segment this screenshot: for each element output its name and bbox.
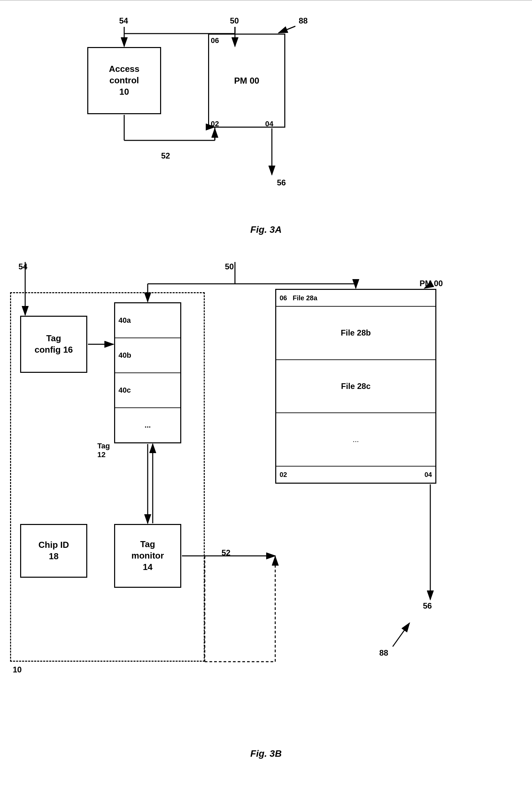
label-52b: 52 bbox=[222, 548, 231, 557]
chip-id-text: Chip ID18 bbox=[39, 539, 69, 562]
access-control-text: Accesscontrol10 bbox=[109, 63, 139, 97]
tag-config-text: Tagconfig 16 bbox=[35, 333, 73, 356]
tag-config-box: Tagconfig 16 bbox=[20, 316, 87, 373]
tag-monitor-text: Tagmonitor14 bbox=[132, 539, 164, 573]
fig3b-caption: Fig. 3B bbox=[250, 748, 282, 759]
label-50a: 50 bbox=[230, 16, 239, 25]
tag-row-40a-label: 40a bbox=[118, 316, 131, 325]
tag-row-40c: 40c bbox=[115, 373, 180, 408]
tag-monitor-box: Tagmonitor14 bbox=[114, 524, 181, 588]
label-88a: 88 bbox=[299, 16, 308, 25]
pm00-center-text: PM 00 bbox=[234, 76, 259, 86]
pm00-02-label: 02 bbox=[211, 119, 219, 128]
label-pm00b: PM 00 bbox=[420, 279, 443, 288]
tag-row-40a: 40a bbox=[115, 303, 180, 338]
fig3a-container: 54 50 88 52 56 Accesscontrol10 PM 00 06 … bbox=[0, 7, 532, 242]
svg-line-29 bbox=[393, 623, 410, 647]
label-56b: 56 bbox=[423, 601, 432, 611]
access-control-box: Accesscontrol10 bbox=[87, 47, 161, 114]
top-separator bbox=[0, 0, 532, 1]
pm00-box-3a: PM 00 bbox=[208, 34, 285, 128]
label-10: 10 bbox=[13, 665, 22, 675]
pm00b-file28c-row: File 28c bbox=[276, 360, 435, 413]
tag-list-box: 40a 40b 40c ... bbox=[114, 302, 181, 443]
pm00b-box: 06 File 28a File 28b File 28c ... 02 04 bbox=[275, 289, 436, 484]
pm00b-file28b-row: File 28b bbox=[276, 307, 435, 360]
tag-dots-row: ... bbox=[115, 408, 180, 442]
chip-id-box: Chip ID18 bbox=[20, 524, 87, 578]
pm00b-04-text: 04 bbox=[424, 471, 432, 479]
page: 54 50 88 52 56 Accesscontrol10 PM 00 06 … bbox=[0, 0, 532, 793]
tag-row-40c-label: 40c bbox=[118, 386, 131, 395]
fig3b-container: 10 54 50 PM 00 Tagconfig 16 Chip ID18 40… bbox=[0, 248, 532, 769]
pm00b-file28a-text: File 28a bbox=[293, 294, 317, 302]
pm00b-02-text: 02 bbox=[280, 471, 287, 479]
label-54a: 54 bbox=[119, 16, 128, 25]
pm00-06-label: 06 bbox=[211, 36, 219, 45]
pm00b-dots-text: ... bbox=[353, 435, 359, 444]
tag-row-40b: 40b bbox=[115, 338, 180, 373]
label-56a: 56 bbox=[277, 178, 286, 187]
pm00b-dots: ... bbox=[276, 413, 435, 466]
label-tag12: Tag 12 bbox=[97, 442, 110, 459]
label-52a: 52 bbox=[161, 151, 170, 161]
tag-dots: ... bbox=[145, 421, 151, 429]
pm00b-06-text: 06 bbox=[280, 294, 287, 302]
pm00b-file28c-text: File 28c bbox=[341, 382, 370, 391]
pm00b-header-row: 06 File 28a bbox=[276, 290, 435, 307]
label-50b: 50 bbox=[225, 262, 234, 271]
pm00-04-label: 04 bbox=[265, 119, 273, 128]
svg-line-8 bbox=[279, 26, 296, 33]
pm00b-file28b-text: File 28b bbox=[341, 328, 370, 337]
fig3a-caption: Fig. 3A bbox=[250, 224, 282, 235]
label-88b: 88 bbox=[379, 648, 388, 658]
label-54b: 54 bbox=[18, 262, 27, 271]
pm00b-footer-row: 02 04 bbox=[276, 466, 435, 483]
tag-row-40b-label: 40b bbox=[118, 351, 131, 360]
